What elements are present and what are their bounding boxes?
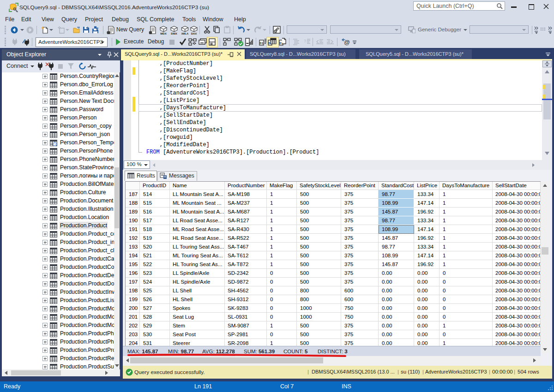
svg-text:?: ? [304,39,306,43]
svg-text:01: 01 [260,42,264,45]
svg-text:DAX: DAX [191,32,197,35]
svg-text:DMX: DMX [171,32,177,35]
svg-text:XMLA: XMLA [181,32,189,35]
svg-text:MDX: MDX [160,32,166,35]
